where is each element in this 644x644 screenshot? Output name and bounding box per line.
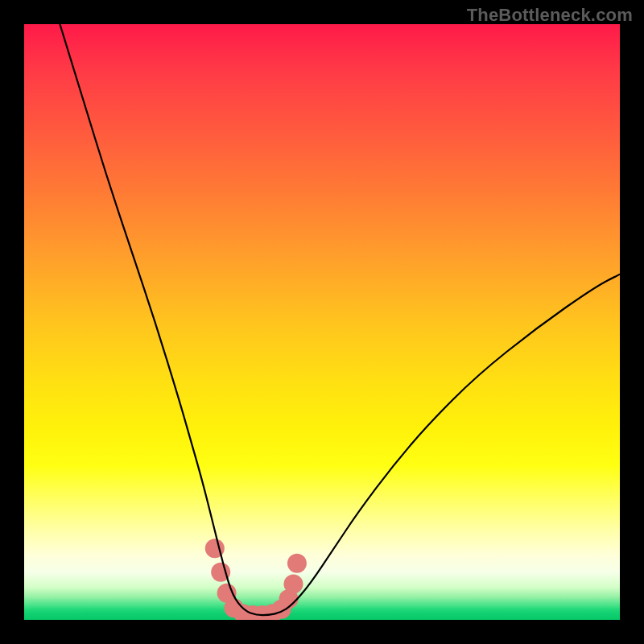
chart-frame: TheBottleneck.com — [0, 0, 644, 644]
marker-dot — [283, 575, 303, 594]
bottleneck-curve-path — [60, 24, 620, 615]
curve-svg — [24, 24, 620, 620]
plot-area — [24, 24, 620, 620]
watermark-text: TheBottleneck.com — [467, 5, 633, 26]
marker-dot — [287, 554, 307, 573]
